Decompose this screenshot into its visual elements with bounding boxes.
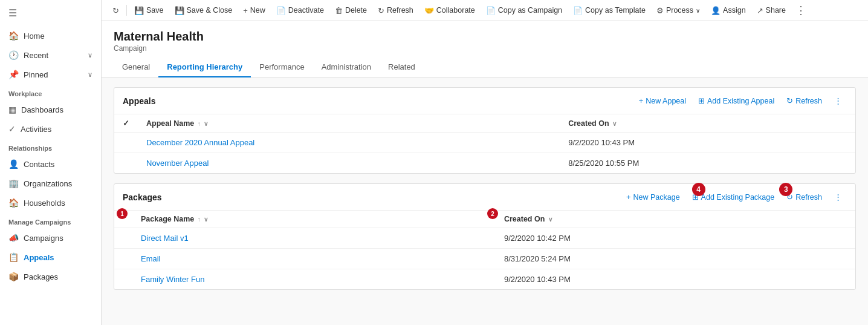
delete-button[interactable]: 🗑 Delete: [330, 4, 372, 18]
add-existing-package-button[interactable]: 4 ⊞ Add Existing Package: [687, 190, 780, 204]
new-appeal-button[interactable]: + New Appeal: [634, 94, 691, 108]
packages-row-check[interactable]: [114, 228, 132, 249]
packages-name-col[interactable]: Package Name ↑ ∨: [132, 211, 496, 228]
share-button[interactable]: ↗ Share: [752, 4, 791, 18]
sort-desc-icon: ∨: [612, 120, 617, 127]
toolbar-divider: [126, 5, 127, 16]
toolbar-more-button[interactable]: ⋮: [792, 2, 810, 18]
add-existing-appeal-button[interactable]: ⊞ Add Existing Appeal: [693, 94, 779, 108]
refresh-indicator-icon: ↻: [112, 6, 119, 15]
sidebar-item-organizations[interactable]: 🏢 Organizations: [0, 174, 101, 193]
appeals-row-date: 9/2/2020 10:43 PM: [560, 133, 855, 153]
tab-general[interactable]: General: [114, 57, 158, 77]
refresh-button[interactable]: ↻ Refresh: [373, 4, 418, 18]
appeals-name-col[interactable]: Appeal Name ↑ ∨: [138, 114, 560, 133]
tab-performance[interactable]: Performance: [251, 57, 313, 77]
new-appeal-icon: +: [639, 96, 644, 105]
refresh-packages-button[interactable]: 3 ↻ Refresh: [782, 190, 827, 204]
deactivate-button[interactable]: 📄 Deactivate: [271, 4, 329, 18]
sort-desc-icon: ∨: [548, 216, 552, 223]
tab-content: Appeals + New Appeal ⊞ Add Existing Appe…: [102, 77, 868, 325]
packages-check-col[interactable]: 1: [114, 211, 132, 228]
save-button[interactable]: 💾 Save: [129, 4, 169, 18]
refresh-appeals-button[interactable]: ↻ Refresh: [782, 94, 827, 108]
packages-row-date: 9/2/2020 10:42 PM: [496, 228, 855, 249]
delete-icon: 🗑: [335, 6, 343, 15]
more-appeals-icon: ⋮: [834, 96, 842, 105]
sidebar-item-dashboards[interactable]: ▦ Dashboards: [0, 100, 101, 119]
appeals-row-check[interactable]: [114, 153, 138, 174]
appeals-section: Appeals + New Appeal ⊞ Add Existing Appe…: [114, 87, 856, 174]
packages-created-col[interactable]: 2 Created On ∨: [496, 211, 855, 228]
appeals-row-check[interactable]: [114, 133, 138, 153]
sidebar-item-appeals[interactable]: 📋 Appeals: [0, 248, 101, 267]
badge-1: 1: [117, 208, 128, 219]
copy-campaign-button[interactable]: 📄 Copy as Campaign: [481, 4, 567, 18]
packages-actions: + New Package 4 ⊞ Add Existing Package 3…: [621, 190, 847, 204]
page-title: Maternal Health: [114, 30, 856, 44]
appeals-actions: + New Appeal ⊞ Add Existing Appeal ↻ Ref…: [634, 94, 847, 108]
appeals-check-col[interactable]: ✓: [114, 114, 138, 133]
table-row: November Appeal 8/25/2020 10:55 PM: [114, 153, 855, 174]
new-package-button[interactable]: + New Package: [621, 190, 685, 204]
collaborate-button[interactable]: 🤝 Collaborate: [419, 4, 480, 18]
badge-2: 2: [487, 208, 498, 219]
households-icon: 🏠: [8, 198, 19, 208]
appeals-table: ✓ Appeal Name ↑ ∨ Created On ∨ December …: [114, 114, 855, 173]
new-package-icon: +: [626, 192, 631, 202]
sidebar-section-relationships: Relationships: [0, 139, 101, 154]
sort-toggle-icon: ∨: [204, 120, 208, 127]
assign-icon: 👤: [711, 6, 721, 15]
save-close-icon: 💾: [175, 6, 184, 15]
packages-row-name[interactable]: Family Winter Fun: [132, 269, 496, 290]
hamburger-menu[interactable]: ☰: [0, 0, 101, 26]
sidebar-item-households[interactable]: 🏠 Households: [0, 193, 101, 212]
save-close-button[interactable]: 💾 Save & Close: [170, 4, 238, 18]
sidebar-item-pinned[interactable]: 📌 Pinned ∨: [0, 65, 101, 84]
contacts-icon: 👤: [8, 159, 19, 169]
sidebar-item-campaigns[interactable]: 📣 Campaigns: [0, 228, 101, 248]
appeals-created-col[interactable]: Created On ∨: [560, 114, 855, 133]
sidebar-section-workplace: Workplace: [0, 84, 101, 100]
tab-reporting-hierarchy[interactable]: Reporting Hierarchy: [158, 57, 251, 77]
dashboards-icon: ▦: [8, 105, 16, 114]
refresh-indicator-btn[interactable]: ↻: [108, 4, 124, 18]
appeals-row-name[interactable]: December 2020 Annual Appeal: [138, 133, 560, 153]
sidebar-item-packages[interactable]: 📦 Packages: [0, 267, 101, 286]
packages-row-check[interactable]: [114, 269, 132, 290]
tab-administration[interactable]: Administration: [313, 57, 380, 77]
chevron-down-icon: ∨: [88, 71, 92, 79]
appeals-row-name[interactable]: November Appeal: [138, 153, 560, 174]
packages-row-name[interactable]: Email: [132, 249, 496, 269]
more-packages-button[interactable]: ⋮: [829, 190, 847, 204]
packages-row-name[interactable]: Direct Mail v1: [132, 228, 496, 249]
sidebar-item-recent[interactable]: 🕐 Recent ∨: [0, 45, 101, 65]
sidebar-item-home[interactable]: 🏠 Home: [0, 26, 101, 45]
packages-row-check[interactable]: [114, 249, 132, 269]
packages-section-title: Packages: [123, 192, 621, 202]
sidebar-item-activities[interactable]: ✓ Activities: [0, 119, 101, 139]
table-row: December 2020 Annual Appeal 9/2/2020 10:…: [114, 133, 855, 153]
toolbar: ↻ 💾 Save 💾 Save & Close + New 📄 Deactiva…: [102, 0, 868, 21]
share-icon: ↗: [757, 6, 763, 15]
organizations-icon: 🏢: [8, 179, 19, 188]
new-button[interactable]: + New: [238, 4, 270, 18]
tab-related[interactable]: Related: [380, 57, 424, 77]
page-subtitle: Campaign: [114, 44, 856, 53]
process-button[interactable]: ⚙ Process ∨: [652, 4, 705, 18]
collaborate-icon: 🤝: [424, 6, 434, 15]
appeals-icon: 📋: [8, 252, 19, 262]
packages-section: Packages + New Package 4 ⊞ Add Existing …: [114, 183, 856, 290]
sidebar-item-contacts[interactable]: 👤 Contacts: [0, 154, 101, 174]
copy-template-button[interactable]: 📄 Copy as Template: [568, 4, 650, 18]
refresh-icon: ↻: [378, 6, 384, 15]
assign-button[interactable]: 👤 Assign: [706, 4, 751, 18]
more-appeals-button[interactable]: ⋮: [829, 94, 847, 108]
sidebar: ☰ 🏠 Home 🕐 Recent ∨ 📌 Pinned ∨ Workplace…: [0, 0, 102, 325]
deactivate-icon: 📄: [276, 6, 286, 15]
table-row: Direct Mail v1 9/2/2020 10:42 PM: [114, 228, 855, 249]
appeals-section-header: Appeals + New Appeal ⊞ Add Existing Appe…: [114, 88, 855, 114]
packages-table: 1 Package Name ↑ ∨ 2 Created On ∨: [114, 211, 855, 289]
table-row: Email 8/31/2020 5:24 PM: [114, 249, 855, 269]
packages-section-header: Packages + New Package 4 ⊞ Add Existing …: [114, 184, 855, 211]
